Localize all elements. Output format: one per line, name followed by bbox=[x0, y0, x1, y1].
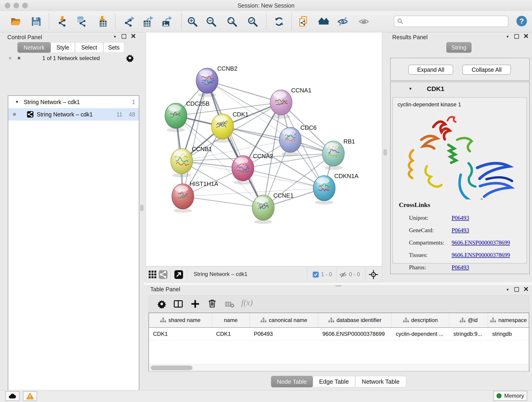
zoom-selected-button[interactable] bbox=[247, 16, 258, 27]
network-row-selected[interactable]: String Network – cdk1 11 48 bbox=[8, 108, 139, 121]
import-table-icon bbox=[97, 16, 108, 27]
crosslinks-list: Uniprot:P06493 GeneCard:P06493 Compartme… bbox=[409, 212, 524, 274]
table-horizontal-scrollbar[interactable] bbox=[149, 364, 528, 371]
panel-float-icon[interactable] bbox=[122, 34, 126, 39]
collapse-all-button[interactable]: Collapse All bbox=[462, 65, 511, 75]
export-image-button[interactable] bbox=[161, 16, 172, 27]
tab-node-table[interactable]: Node Table bbox=[271, 376, 313, 387]
toolbar-separator bbox=[170, 268, 171, 281]
warnings-button[interactable] bbox=[23, 391, 37, 401]
network-edge-CCNB2-HIST1H1A[interactable] bbox=[183, 81, 207, 196]
crosslink-value[interactable]: P06493 bbox=[452, 227, 469, 234]
panel-float-icon[interactable] bbox=[514, 34, 519, 39]
show-columns-icon[interactable] bbox=[173, 299, 183, 309]
network-type-share-icon[interactable] bbox=[159, 270, 167, 279]
panel-menu-icon[interactable]: ▼ bbox=[506, 35, 509, 38]
import-table-file-button[interactable] bbox=[97, 16, 108, 27]
node-gloss bbox=[282, 129, 296, 135]
column-header[interactable]: description bbox=[392, 313, 449, 327]
node-gloss bbox=[199, 70, 212, 76]
birdseye-crosshair-icon[interactable] bbox=[369, 270, 378, 279]
crosslink-value[interactable]: P06493 bbox=[452, 215, 469, 221]
column-header[interactable]: canonical name bbox=[250, 313, 318, 327]
delete-column-trash-icon[interactable] bbox=[207, 299, 217, 308]
right-splitter-handle[interactable] bbox=[384, 149, 387, 155]
network-collection-row[interactable]: ▼ String Network – cdk1 1 bbox=[8, 96, 139, 108]
first-neighbors-button[interactable] bbox=[318, 16, 329, 27]
network-edge-CCNB2-CCNE1[interactable] bbox=[207, 81, 263, 208]
network-collection-count: 1 bbox=[132, 99, 135, 105]
column-header[interactable]: shared name bbox=[149, 313, 212, 327]
crosslink-value[interactable]: 9606.ENSP00000378699 bbox=[452, 240, 510, 246]
status-bar: Memory bbox=[0, 390, 532, 402]
results-entry-box: ▼ CDK1 cyclin-dependent kinase 1 bbox=[390, 82, 530, 274]
apply-layout-button[interactable] bbox=[273, 16, 285, 27]
tab-style[interactable]: Style bbox=[51, 42, 75, 53]
export-table-button[interactable] bbox=[142, 16, 153, 27]
scrollbar-thumb[interactable] bbox=[151, 366, 192, 370]
table-row[interactable]: CDK1 CDK1 P06493 9606.ENSP00000378699 cy… bbox=[149, 328, 529, 340]
crosslink-label: Pharos: bbox=[409, 264, 452, 271]
selected-checkbox-icon[interactable] bbox=[313, 272, 319, 278]
tab-edge-table[interactable]: Edge Table bbox=[313, 376, 355, 387]
open-in-window-icon[interactable] bbox=[174, 270, 183, 279]
help-button[interactable]: ? bbox=[516, 16, 527, 26]
network-edge-CCNB2-CCNA1[interactable] bbox=[207, 81, 281, 102]
open-folder-icon bbox=[10, 16, 21, 27]
import-network-database-button[interactable] bbox=[76, 16, 87, 27]
export-network-button[interactable] bbox=[124, 16, 135, 27]
save-session-button[interactable] bbox=[31, 16, 42, 27]
tab-select[interactable]: Select bbox=[75, 42, 103, 53]
results-buttons-box: Expand All Collapse All bbox=[390, 58, 530, 81]
add-column-icon[interactable] bbox=[190, 299, 200, 309]
node-label-HIST1H1A: HIST1H1A bbox=[190, 180, 218, 187]
panel-close-icon[interactable] bbox=[131, 34, 135, 39]
window-title: Session: New Session bbox=[0, 2, 532, 9]
node-label-CCNA1: CCNA1 bbox=[291, 87, 311, 94]
column-header[interactable]: database identifier bbox=[318, 313, 392, 327]
panel-close-icon[interactable] bbox=[524, 287, 528, 292]
hide-selected-button[interactable] bbox=[337, 16, 348, 27]
left-splitter-handle[interactable] bbox=[140, 205, 143, 211]
new-network-from-selection-button[interactable] bbox=[299, 16, 310, 27]
table-options-gear-icon[interactable] bbox=[157, 299, 167, 309]
tab-sets[interactable]: Sets bbox=[103, 42, 124, 53]
cloud-status-button[interactable] bbox=[5, 391, 19, 401]
tab-string[interactable]: String bbox=[446, 42, 472, 53]
birdseye-grid-icon[interactable] bbox=[148, 270, 157, 279]
horizontal-splitter[interactable] bbox=[144, 282, 532, 285]
eye-slash-icon bbox=[337, 16, 348, 27]
crosslink-value[interactable]: 9606.ENSP00000378699 bbox=[452, 252, 510, 258]
network-edge-HIST1H1A-CCNE1[interactable] bbox=[183, 196, 263, 208]
toolbar-search-input[interactable] bbox=[394, 16, 508, 27]
network-canvas[interactable]: CCNB2CCNA1CDC25BCDK1CDC6RB1CCNB1CCNA2CDK… bbox=[146, 32, 382, 266]
export-table-icon bbox=[142, 16, 153, 27]
panel-menu-icon[interactable]: ▼ bbox=[113, 35, 117, 38]
zoom-fit-button[interactable] bbox=[226, 16, 237, 27]
selected-counts: 1 - 0 bbox=[321, 271, 332, 278]
zoom-out-button[interactable] bbox=[206, 16, 216, 27]
network-options-gear-icon[interactable] bbox=[126, 54, 134, 62]
tab-network[interactable]: Network bbox=[17, 42, 51, 53]
entry-collapse-icon[interactable]: ▼ bbox=[409, 87, 412, 91]
memory-button[interactable]: Memory bbox=[493, 391, 527, 401]
network-graph[interactable]: CCNB2CCNA1CDC25BCDK1CDC6RB1CCNB1CCNA2CDK… bbox=[146, 32, 382, 266]
column-header[interactable]: namespace bbox=[488, 313, 529, 327]
results-panel-controls: ▼ bbox=[506, 34, 528, 39]
column-header[interactable]: name bbox=[212, 313, 250, 327]
zoom-in-button[interactable] bbox=[187, 16, 198, 27]
entry-description: cyclin-dependent kinase 1 bbox=[398, 101, 461, 108]
tab-network-table[interactable]: Network Table bbox=[355, 376, 406, 387]
panel-menu-icon[interactable]: ▼ bbox=[506, 288, 509, 292]
panel-float-icon[interactable] bbox=[514, 287, 519, 292]
tree-expand-icon[interactable]: ▼ bbox=[15, 100, 19, 104]
expand-all-button[interactable]: Expand All bbox=[408, 65, 453, 75]
crosslink-value[interactable]: P06493 bbox=[452, 264, 469, 271]
panel-close-icon[interactable] bbox=[524, 34, 528, 39]
import-network-file-button[interactable] bbox=[57, 16, 68, 27]
node-label-CDC6: CDC6 bbox=[300, 124, 317, 131]
network-edge-CDK1-RB1[interactable] bbox=[222, 127, 333, 153]
show-all-button[interactable] bbox=[358, 16, 369, 27]
open-session-button[interactable] bbox=[10, 16, 21, 27]
column-header[interactable]: @id bbox=[449, 313, 488, 327]
